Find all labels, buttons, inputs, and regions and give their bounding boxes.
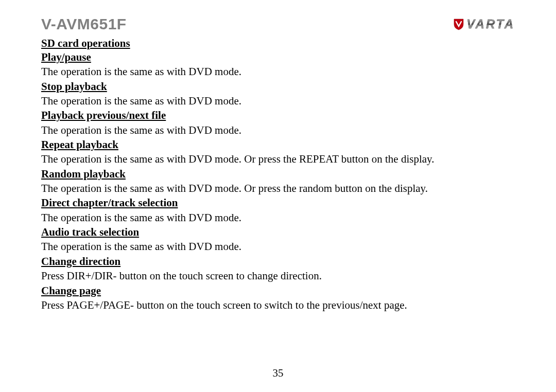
subsection-heading: Audio track selection: [41, 225, 515, 239]
subsection: Stop playback The operation is the same …: [41, 79, 515, 109]
subsection-body: The operation is the same as with DVD mo…: [41, 94, 515, 108]
page-number: 35: [0, 367, 556, 380]
subsection-body: The operation is the same as with DVD mo…: [41, 239, 515, 254]
model-title: V-AVM651F: [41, 15, 127, 33]
content-body: Play/pause The operation is the same as …: [41, 50, 515, 312]
subsection: Playback previous/next file The operatio…: [41, 108, 515, 137]
subsection-body: Press DIR+/DIR- button on the touch scre…: [41, 269, 515, 283]
subsection-heading: Random playback: [41, 167, 515, 181]
subsection-heading: Repeat playback: [41, 137, 515, 152]
subsection-body: The operation is the same as with DVD mo…: [41, 152, 515, 166]
subsection: Audio track selection The operation is t…: [41, 225, 515, 254]
subsection: Play/pause The operation is the same as …: [41, 50, 515, 79]
subsection-body: The operation is the same as with DVD mo…: [41, 64, 515, 79]
subsection: Random playback The operation is the sam…: [41, 167, 515, 196]
section-title: SD card operations: [41, 37, 515, 50]
subsection-body: The operation is the same as with DVD mo…: [41, 210, 515, 225]
subsection: Direct chapter/track selection The opera…: [41, 195, 515, 225]
subsection: Change page Press PAGE+/PAGE- button on …: [41, 283, 515, 313]
page-header: V-AVM651F VARTA: [41, 15, 515, 33]
brand-name: VARTA: [466, 17, 515, 31]
subsection-heading: Playback previous/next file: [41, 108, 515, 122]
subsection-body: The operation is the same as with DVD mo…: [41, 181, 515, 195]
subsection: Change direction Press DIR+/DIR- button …: [41, 254, 515, 283]
subsection-heading: Play/pause: [41, 50, 515, 64]
subsection-body: The operation is the same as with DVD mo…: [41, 123, 515, 137]
subsection-body: Press PAGE+/PAGE- button on the touch sc…: [41, 298, 515, 312]
varta-shield-icon: [453, 18, 464, 30]
subsection-heading: Change direction: [41, 254, 515, 269]
brand-logo: VARTA: [453, 17, 515, 31]
subsection: Repeat playback The operation is the sam…: [41, 137, 515, 167]
subsection-heading: Stop playback: [41, 79, 515, 94]
subsection-heading: Direct chapter/track selection: [41, 195, 515, 210]
subsection-heading: Change page: [41, 283, 515, 298]
